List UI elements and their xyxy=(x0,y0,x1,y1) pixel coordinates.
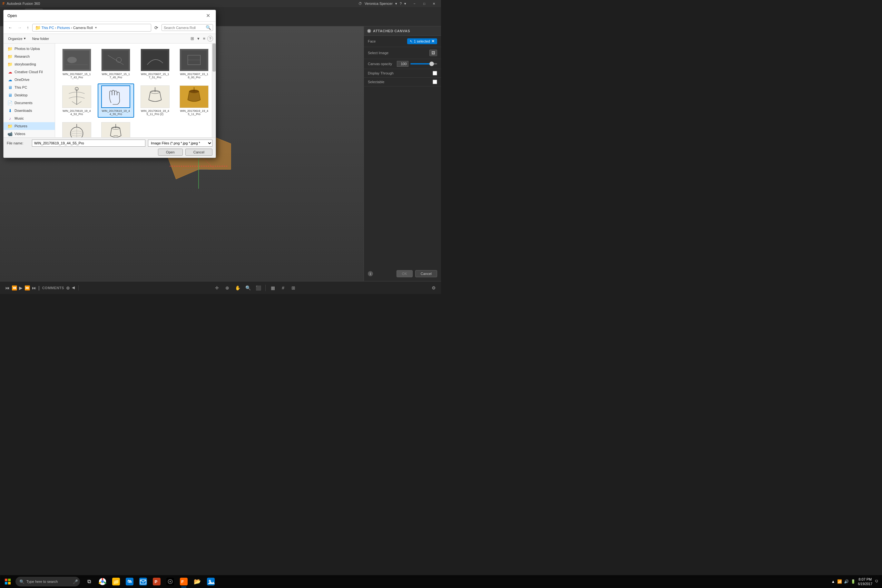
sidebar-thispc[interactable]: 🖥 This PC xyxy=(3,84,55,91)
sidebar-videos[interactable]: 📹 Videos xyxy=(3,130,55,137)
zoom-tool-button[interactable]: 🔍 xyxy=(243,284,252,292)
face-selected-badge[interactable]: ↖ 1 selected ✕ xyxy=(407,38,437,44)
list-item[interactable]: WIN_20170619_19_44_55_Pro xyxy=(98,84,134,118)
orbit-tool-button[interactable]: ⊕ xyxy=(223,284,232,292)
clear-selection-button[interactable]: ✕ xyxy=(431,39,435,44)
settings-gear[interactable]: ⚙ xyxy=(429,285,438,291)
select-image-label: Select Image xyxy=(368,51,427,55)
select-image-button[interactable]: 🖼 xyxy=(429,50,437,56)
dialog-close-button[interactable]: ✕ xyxy=(204,12,212,20)
maximize-button[interactable]: □ xyxy=(420,1,429,6)
display-mode-button[interactable]: ▦ xyxy=(268,284,277,292)
dialog-cancel-button[interactable]: Cancel xyxy=(185,148,213,156)
list-item[interactable]: WIN_20170607_15_18_00_Pro xyxy=(176,47,213,81)
sidebar-creative-cloud[interactable]: ☁ Creative Cloud Fil xyxy=(3,68,55,76)
search-submit-button[interactable]: 🔍 xyxy=(206,25,211,30)
sidebar-desktop[interactable]: 🖥 Desktop xyxy=(3,91,55,99)
sidebar-label: Music xyxy=(15,116,24,120)
pan-tool-button[interactable]: ✋ xyxy=(233,284,242,292)
sidebar-downloads[interactable]: ⬇ Downloads xyxy=(3,107,55,114)
sidebar-storyboarding[interactable]: 📁 storyboarding xyxy=(3,60,55,68)
list-item[interactable]: WIN_20170619_19_45_22_Pro xyxy=(98,120,134,137)
panel-cancel-button[interactable]: Cancel xyxy=(415,270,437,277)
breadcrumb-dropdown-icon[interactable]: ▾ xyxy=(95,26,97,29)
display-through-checkbox[interactable] xyxy=(433,71,437,75)
dialog-open-button[interactable]: Open xyxy=(158,148,183,156)
breadcrumb-pictures-link[interactable]: Pictures xyxy=(57,26,70,30)
timeline-end-button[interactable]: ⏭ xyxy=(32,285,36,291)
scroll-thumb[interactable] xyxy=(213,44,216,72)
sidebar-onedrive[interactable]: ☁ OneDrive xyxy=(3,76,55,84)
list-item[interactable]: WIN_20170607_15_17_45_Pro xyxy=(98,47,134,81)
file-thumbnail xyxy=(141,49,170,71)
forward-button[interactable]: → xyxy=(15,24,24,31)
opacity-slider-thumb[interactable] xyxy=(429,62,434,66)
list-item[interactable]: WIN_20170619_19_44_53_Pro xyxy=(58,84,95,118)
breadcrumb-thispc-link[interactable]: This PC xyxy=(42,26,54,30)
panel-header: ℹ ATTACHED CANVAS xyxy=(364,26,441,36)
selectable-checkbox[interactable] xyxy=(433,80,437,84)
filetype-select[interactable]: Image Files (*.png *.jpg *.jpeg * xyxy=(148,140,213,147)
zoom-fit-button[interactable]: ⬛ xyxy=(254,284,263,292)
list-item[interactable]: WIN_20170607_15_17_43_Pro xyxy=(58,47,95,81)
list-item[interactable]: WIN_20170619_19_45_11_Pro (2) xyxy=(136,84,173,118)
refresh-button[interactable]: ⟳ xyxy=(153,24,160,31)
sidebar-photos-upload[interactable]: 📁 Photos to Uploa xyxy=(3,45,55,52)
timeline-start-button[interactable]: ⏮ xyxy=(5,285,10,291)
file-thumbnail xyxy=(180,86,208,108)
file-name-label: WIN_20170607_15_17_51_Pro xyxy=(141,72,170,79)
file-grid: WIN_20170607_15_17_43_Pro WIN_20170607_1… xyxy=(55,44,216,137)
nav-bar: ← → ↑ 📁 This PC › Pictures › Camera Roll… xyxy=(3,22,216,34)
comments-expand-icon[interactable]: ◀ xyxy=(72,286,75,290)
file-grid-area[interactable]: WIN_20170607_15_17_43_Pro WIN_20170607_1… xyxy=(55,44,216,137)
file-name-label: WIN_20170619_19_44_55_Pro xyxy=(101,109,130,116)
timeline-play-button[interactable]: ▶ xyxy=(19,285,22,291)
user-dropdown-icon[interactable]: ▾ xyxy=(395,2,397,6)
filename-input[interactable] xyxy=(32,140,146,147)
search-box: 🔍 xyxy=(162,24,213,31)
breadcrumb-current: Camera Roll xyxy=(73,26,93,30)
timeline-prev-button[interactable]: ⏪ xyxy=(12,285,17,291)
view-dropdown-button[interactable]: ▾ xyxy=(196,36,201,42)
window-controls: − □ ✕ xyxy=(410,1,438,6)
up-button[interactable]: ↑ xyxy=(25,24,31,31)
grid-button[interactable]: # xyxy=(279,284,288,292)
close-button[interactable]: ✕ xyxy=(429,1,438,6)
sidebar-label: OneDrive xyxy=(15,78,29,81)
sidebar-pictures[interactable]: 📁 Pictures xyxy=(3,122,55,130)
user-name: ⏱ xyxy=(358,2,362,6)
minimize-button[interactable]: − xyxy=(410,1,419,6)
add-comment-button[interactable]: ⊕ xyxy=(66,285,70,291)
help-button[interactable]: ? xyxy=(207,36,213,42)
opacity-slider[interactable] xyxy=(410,63,438,64)
selected-count: 1 selected xyxy=(414,39,430,43)
folder-icon: 📁 xyxy=(8,62,13,67)
music-icon: ♪ xyxy=(8,116,13,121)
search-input[interactable] xyxy=(164,26,206,30)
new-folder-button[interactable]: New folder xyxy=(30,36,51,41)
list-item[interactable]: WIN_20170607_15_17_51_Pro xyxy=(136,47,173,81)
title-bar: F Autodesk Fusion 360 ⏱ Veronica Spencer… xyxy=(0,0,441,7)
user-display-name: Veronica Spencer xyxy=(364,2,393,6)
opacity-input[interactable] xyxy=(397,61,408,67)
help-icon[interactable]: ? xyxy=(400,2,402,6)
sidebar-documents[interactable]: 📄 Documents xyxy=(3,99,55,107)
scrollbar[interactable] xyxy=(212,44,216,137)
list-item[interactable]: WIN_20170619_19_45_11_Pro xyxy=(176,84,213,118)
ok-button[interactable]: OK xyxy=(396,270,412,277)
organize-button[interactable]: Organize ▾ xyxy=(6,36,28,41)
sidebar-research[interactable]: 📁 Research xyxy=(3,52,55,60)
sidebar-label: Downloads xyxy=(15,109,32,112)
folder-icon: 📁 xyxy=(8,46,13,51)
timeline-next-button[interactable]: ⏩ xyxy=(24,285,30,291)
sidebar-music[interactable]: ♪ Music xyxy=(3,114,55,122)
move-tool-button[interactable]: ✛ xyxy=(213,284,222,292)
list-item[interactable]: WIN_20170619_19_45_22_Pro (2) xyxy=(58,120,95,137)
details-view-button[interactable]: ≡ xyxy=(201,36,207,42)
back-button[interactable]: ← xyxy=(6,24,14,31)
view-options-button[interactable]: ⊞ xyxy=(289,284,298,292)
help-dropdown-icon[interactable]: ▾ xyxy=(404,2,406,6)
file-name-label: WIN_20170619_19_45_11_Pro xyxy=(180,109,208,116)
panel-info-icon[interactable]: ℹ xyxy=(368,271,373,276)
grid-view-button[interactable]: ⊞ xyxy=(189,36,195,42)
